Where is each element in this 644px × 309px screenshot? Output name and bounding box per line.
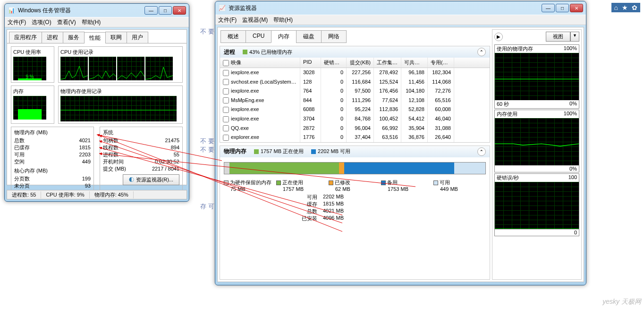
tab-disk[interactable]: 磁盘 (296, 30, 322, 43)
cpu-history-core3 (117, 57, 144, 80)
tab-cpu[interactable]: CPU (246, 30, 271, 43)
row-checkbox[interactable] (223, 116, 229, 122)
app-icon: 📊 (8, 7, 15, 14)
titlebar[interactable]: 📈 资源监视器 — □ ✕ (215, 1, 586, 15)
row-checkbox[interactable] (223, 79, 229, 85)
tab-apps[interactable]: 应用程序 (9, 32, 42, 43)
col-workingset[interactable]: 工作集(... (374, 58, 401, 68)
col-shareable[interactable]: 可共享(... (401, 58, 428, 68)
tab-networking[interactable]: 联网 (105, 32, 127, 43)
mem-history-graph (60, 96, 177, 121)
minimize-button[interactable]: — (144, 6, 158, 15)
cpu-usage-label: CPU 使用率 (13, 49, 52, 56)
resource-monitor-button[interactable]: ◐ 资源监视器(R)... (123, 174, 179, 185)
tab-processes[interactable]: 进程 (42, 32, 63, 43)
mem-seg-standby (344, 163, 454, 174)
mem-label: 内存 (13, 88, 52, 95)
col-private[interactable]: 专用(KB) (428, 58, 454, 68)
mem-seg-free (454, 163, 485, 174)
resource-monitor-window: 📈 资源监视器 — □ ✕ 文件(F) 监视器(M) 帮助(H) 概述 CPU … (215, 1, 586, 285)
menu-monitor[interactable]: 监视器(M) (242, 16, 268, 24)
menu-file[interactable]: 文件(F) (8, 18, 26, 26)
row-checkbox[interactable] (223, 107, 229, 113)
mini-graph: 硬错误/秒1000 (494, 173, 579, 236)
star-icon[interactable]: ★ (622, 4, 628, 11)
select-all-checkbox[interactable] (223, 60, 229, 66)
window-title: Windows 任务管理器 (18, 7, 144, 15)
bg-text: 不 要 (200, 137, 214, 146)
tab-strip: 应用程序 进程 服务 性能 联网 用户 (7, 30, 186, 43)
maximize-button[interactable]: □ (556, 4, 569, 12)
bg-text: 不 要 (200, 27, 214, 36)
browser-toolbar: ⌂ ★ ✿ (611, 3, 640, 12)
menu-view[interactable]: 查看(V) (57, 18, 76, 26)
row-checkbox[interactable] (223, 135, 229, 141)
section-title: 物理内存 (224, 147, 246, 155)
tab-network[interactable]: 网络 (321, 30, 347, 43)
mem-gauge: 1.77 GB (13, 96, 46, 120)
collapse-button[interactable]: ⌃ (477, 48, 486, 56)
menu-help[interactable]: 帮助(H) (82, 18, 101, 26)
table-row[interactable]: MsMpEng.exe8440111,29677,62412,10865,516 (220, 96, 490, 105)
tab-overview[interactable]: 概述 (220, 30, 246, 43)
system-stats: 系统 句柄数21475 线程数894 进程数55 开机时间0:02:30:52 … (100, 127, 183, 192)
graphs-nav-button[interactable]: ▶ (494, 33, 503, 41)
app-icon: 📈 (218, 4, 226, 12)
task-manager-window: 📊 Windows 任务管理器 — □ ✕ 文件(F) 选项(O) 查看(V) … (4, 3, 189, 202)
cpu-history-label: CPU 使用记录 (60, 49, 180, 56)
mem-seg-inuse (229, 163, 339, 174)
cpu-usage-gauge: 9 % (13, 57, 46, 80)
menu-help[interactable]: 帮助(H) (273, 16, 293, 24)
row-checkbox[interactable] (223, 88, 229, 94)
table-row[interactable]: iexplore.exe6088095,224112,83652,82860,0… (220, 105, 490, 114)
memory-summary: 可用2202 MB 缓存1815 MB 总数4021 MB 已安装4096 MB (220, 192, 490, 226)
physical-memory-section: 物理内存 1757 MB 正在使用 2202 MB 可用 ⌃ 为硬件保留的内存7… (220, 146, 490, 280)
legend-standby: 备用1753 MB (381, 179, 433, 192)
graphs-panel: ▶ 视图 ▼ 使用的物理内存100%60 秒0%内存使用100%0%硬错误/秒1… (492, 29, 582, 280)
table-row[interactable]: iexplore.exe764097,500176,456104,18072,2… (220, 86, 490, 96)
row-checkbox[interactable] (223, 125, 229, 131)
table-row[interactable]: iexplore.exe3704084,768100,45254,41246,0… (220, 114, 490, 124)
tab-memory[interactable]: 内存 (271, 30, 297, 43)
table-row[interactable]: svchost.exe (LocalSystemN...1280116,6841… (220, 77, 490, 87)
watermark: yesky 天极网 (602, 298, 641, 306)
tab-users[interactable]: 用户 (127, 32, 148, 43)
menu-file[interactable]: 文件(F) (218, 16, 237, 24)
tab-services[interactable]: 服务 (63, 32, 85, 43)
minimize-button[interactable]: — (542, 4, 555, 12)
view-dropdown-icon[interactable]: ▼ (570, 32, 579, 42)
close-button[interactable]: ✕ (173, 6, 186, 15)
maximize-button[interactable]: □ (159, 6, 172, 15)
col-image[interactable]: 映像 (220, 58, 300, 68)
home-icon[interactable]: ⌂ (614, 4, 618, 11)
close-button[interactable]: ✕ (570, 4, 583, 12)
menubar: 文件(F) 选项(O) 查看(V) 帮助(H) (5, 17, 189, 27)
row-checkbox[interactable] (223, 70, 229, 76)
process-table: 映像 PID 硬错误/... 提交(KB) 工作集(... 可共享(... 专用… (220, 58, 490, 142)
mem-seg-hw (224, 163, 229, 174)
processes-section: 进程 43% 已用物理内存 ⌃ 映像 PID 硬错误/... 提交(KB) 工作… (220, 46, 490, 143)
row-checkbox[interactable] (223, 97, 229, 103)
tab-performance[interactable]: 性能 (84, 32, 106, 43)
cpu-history-core1 (60, 57, 88, 80)
col-commit[interactable]: 提交(KB) (347, 58, 374, 68)
table-row[interactable]: iexplore.exe30280227,256278,49296,188182… (220, 68, 490, 77)
legend-hw: 为硬件保留的内存75 MB (224, 179, 276, 192)
in-use-badge: 1757 MB 正在使用 (261, 148, 304, 155)
legend-inuse: 正在使用1757 MB (276, 179, 329, 192)
section-title: 进程 (224, 48, 235, 56)
view-button[interactable]: 视图 (546, 32, 570, 42)
bg-text: 不 要 (200, 146, 214, 154)
col-hardfaults[interactable]: 硬错误/... (321, 58, 347, 68)
titlebar[interactable]: 📊 Windows 任务管理器 — □ ✕ (5, 4, 189, 17)
col-pid[interactable]: PID (300, 58, 321, 68)
collapse-button[interactable]: ⌃ (477, 147, 486, 156)
table-row[interactable]: QQ.exe2872096,00466,99235,90431,088 (220, 124, 490, 133)
gear-icon[interactable]: ✿ (632, 4, 637, 11)
bg-text: 存 可 (200, 202, 214, 211)
memory-legend: 为硬件保留的内存75 MB正在使用1757 MB已修改62 MB备用1753 M… (220, 179, 490, 192)
menu-options[interactable]: 选项(O) (32, 18, 51, 26)
tab-strip: 概述 CPU 内存 磁盘 网络 (220, 29, 490, 43)
cpu-history-core2 (89, 57, 116, 80)
table-row[interactable]: explorer.exe1776037,40463,51636,87626,64… (220, 133, 490, 142)
